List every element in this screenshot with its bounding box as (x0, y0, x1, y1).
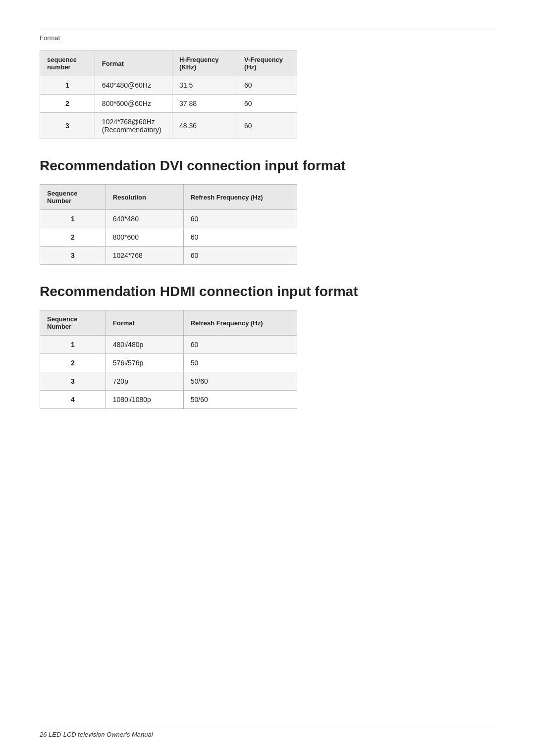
page: Format sequence number Format H-Frequenc… (0, 0, 535, 756)
footer-rule (40, 726, 495, 726)
section-label: Format (40, 34, 495, 42)
hdmi-refresh: 50 (183, 354, 297, 372)
table-row: 3 720p 50/60 (40, 372, 297, 391)
table-row: 3 1024*768@60Hz(Recommendatory) 48.36 60 (40, 113, 297, 139)
vga-seq: 1 (40, 76, 95, 95)
vga-header-row: sequence number Format H-Frequency (KHz)… (40, 51, 297, 76)
vga-vfreq: 60 (237, 76, 297, 95)
dvi-col-resolution: Resolution (106, 185, 183, 210)
hdmi-col-format: Format (106, 310, 183, 336)
dvi-col-seq: Sequence Number (40, 185, 106, 210)
dvi-heading: Recommendation DVI connection input form… (40, 157, 495, 174)
vga-vfreq: 60 (237, 113, 297, 139)
table-row: 1 640*480 60 (40, 210, 297, 228)
vga-format: 640*480@60Hz (95, 76, 172, 95)
vga-hfreq: 48.36 (172, 113, 237, 139)
table-row: 4 1080i/1080p 50/60 (40, 391, 297, 409)
dvi-resolution: 640*480 (106, 210, 183, 228)
table-row: 2 800*600@60Hz 37.88 60 (40, 95, 297, 113)
dvi-seq: 1 (40, 210, 106, 228)
hdmi-table: Sequence Number Format Refresh Frequency… (40, 310, 297, 409)
dvi-refresh: 60 (183, 210, 297, 228)
dvi-table: Sequence Number Resolution Refresh Frequ… (40, 184, 297, 265)
dvi-col-refresh: Refresh Frequency (Hz) (183, 185, 297, 210)
dvi-refresh: 60 (183, 228, 297, 247)
hdmi-format: 720p (106, 372, 183, 391)
hdmi-heading: Recommendation HDMI connection input for… (40, 283, 495, 300)
hdmi-seq: 2 (40, 354, 106, 372)
dvi-resolution: 1024*768 (106, 247, 183, 265)
hdmi-format: 480i/480p (106, 336, 183, 354)
footer-text: 26 LED-LCD television Owner's Manual (40, 731, 153, 738)
vga-col-vfreq: V-Frequency (Hz) (237, 51, 297, 76)
vga-col-format: Format (95, 51, 172, 76)
hdmi-col-refresh: Refresh Frequency (Hz) (183, 310, 297, 336)
vga-table: sequence number Format H-Frequency (KHz)… (40, 50, 297, 139)
vga-col-seq: sequence number (40, 51, 95, 76)
hdmi-header-row: Sequence Number Format Refresh Frequency… (40, 310, 297, 336)
table-row: 3 1024*768 60 (40, 247, 297, 265)
dvi-header-row: Sequence Number Resolution Refresh Frequ… (40, 185, 297, 210)
dvi-refresh: 60 (183, 247, 297, 265)
vga-col-hfreq: H-Frequency (KHz) (172, 51, 237, 76)
hdmi-format: 1080i/1080p (106, 391, 183, 409)
vga-hfreq: 37.88 (172, 95, 237, 113)
hdmi-col-seq: Sequence Number (40, 310, 106, 336)
vga-vfreq: 60 (237, 95, 297, 113)
hdmi-seq: 3 (40, 372, 106, 391)
hdmi-refresh: 60 (183, 336, 297, 354)
vga-format: 1024*768@60Hz(Recommendatory) (95, 113, 172, 139)
hdmi-seq: 1 (40, 336, 106, 354)
hdmi-seq: 4 (40, 391, 106, 409)
dvi-resolution: 800*600 (106, 228, 183, 247)
hdmi-refresh: 50/60 (183, 391, 297, 409)
hdmi-refresh: 50/60 (183, 372, 297, 391)
table-row: 1 640*480@60Hz 31.5 60 (40, 76, 297, 95)
vga-format: 800*600@60Hz (95, 95, 172, 113)
vga-hfreq: 31.5 (172, 76, 237, 95)
table-row: 2 800*600 60 (40, 228, 297, 247)
vga-seq: 2 (40, 95, 95, 113)
dvi-seq: 3 (40, 247, 106, 265)
hdmi-format: 576i/576p (106, 354, 183, 372)
table-row: 1 480i/480p 60 (40, 336, 297, 354)
vga-seq: 3 (40, 113, 95, 139)
table-row: 2 576i/576p 50 (40, 354, 297, 372)
top-rule (40, 30, 495, 30)
dvi-seq: 2 (40, 228, 106, 247)
